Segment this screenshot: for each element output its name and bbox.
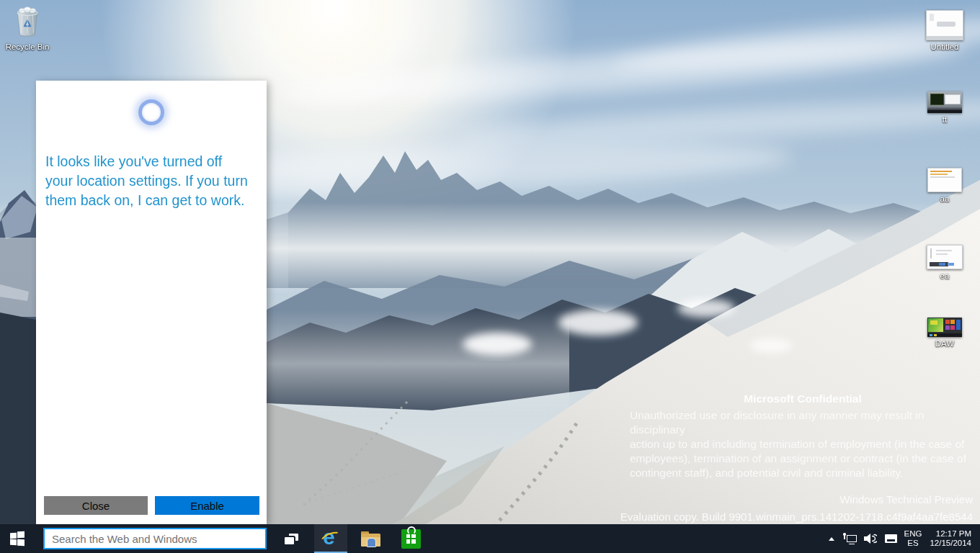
network-tray-button[interactable]: [840, 524, 859, 553]
recycle-bin-icon: [14, 6, 40, 37]
folder-icon: [361, 531, 380, 547]
edition-label: Windows Technical Preview: [620, 491, 973, 508]
image-thumbnail: [927, 245, 963, 269]
desktop: Recycle Bin Untitled tt aa: [0, 0, 980, 553]
keyboard-icon: [885, 534, 897, 543]
cortana-icon: [138, 99, 164, 125]
show-hidden-icons-button[interactable]: [824, 524, 839, 553]
desktop-icon-aa[interactable]: aa: [919, 168, 970, 204]
language-primary: ENG: [904, 529, 922, 539]
taskbar: e: [0, 524, 980, 553]
task-view-icon: [285, 534, 298, 544]
cortana-message-line: them back on, I can get to work.: [45, 191, 262, 210]
image-thumbnail: [927, 318, 962, 337]
watermark-title: Microsoft Confidential: [630, 392, 976, 405]
cortana-panel: It looks like you've turned off your loc…: [36, 81, 267, 524]
store-icon: [401, 529, 421, 549]
network-icon: [842, 533, 857, 544]
start-button[interactable]: [0, 524, 35, 553]
internet-explorer-icon: e: [320, 528, 342, 549]
desktop-icon-label: ea: [919, 271, 970, 281]
enable-button[interactable]: Enable: [155, 496, 259, 515]
store-button[interactable]: [395, 524, 427, 553]
volume-tray-button[interactable]: [860, 524, 879, 553]
cortana-message-line: It looks like you've turned off: [45, 152, 262, 171]
build-watermark: Windows Technical Preview Evaluation cop…: [620, 491, 973, 526]
file-explorer-button[interactable]: [355, 524, 386, 553]
build-label: Evaluation copy. Build 9901.winmain_prs.…: [620, 508, 973, 526]
desktop-icon-daw[interactable]: DAW: [919, 318, 970, 349]
clock[interactable]: 12:17 PM 12/15/2014: [924, 524, 973, 553]
speaker-icon: [863, 533, 877, 544]
watermark-body-line: Unauthorized use or disclosure in any ma…: [630, 408, 976, 437]
confidential-watermark: Microsoft Confidential Unauthorized use …: [630, 392, 976, 480]
touch-keyboard-button[interactable]: [881, 524, 901, 553]
image-thumbnail: [926, 10, 963, 40]
cortana-message-line: your location settings. If you turn: [45, 171, 262, 191]
language-secondary: ES: [907, 539, 918, 549]
watermark-body-line: employees), termination of an assignment…: [630, 451, 976, 466]
desktop-icon-label: Untitled: [919, 42, 970, 52]
desktop-icon-recycle-bin[interactable]: Recycle Bin: [2, 6, 53, 52]
image-thumbnail: [927, 168, 962, 192]
desktop-icon-label: tt: [919, 115, 970, 125]
internet-explorer-button[interactable]: e: [314, 524, 347, 553]
clock-date: 12/15/2014: [930, 539, 971, 549]
clock-time: 12:17 PM: [936, 529, 971, 539]
language-switcher[interactable]: ENG ES: [901, 524, 925, 553]
chevron-up-icon: [829, 537, 834, 541]
desktop-icon-label: aa: [919, 194, 970, 204]
desktop-icon-ea[interactable]: ea: [919, 245, 970, 281]
desktop-icon-label: Recycle Bin: [2, 42, 53, 52]
watermark-body-line: action up to and including termination o…: [630, 437, 976, 451]
windows-logo-icon: [10, 531, 24, 546]
close-button[interactable]: Close: [44, 496, 148, 515]
task-view-button[interactable]: [275, 524, 308, 553]
search-input[interactable]: [43, 528, 267, 549]
cortana-message: It looks like you've turned off your loc…: [45, 152, 262, 210]
desktop-icon-tt[interactable]: tt: [919, 91, 970, 125]
desktop-icon-untitled[interactable]: Untitled: [919, 10, 970, 52]
image-thumbnail: [927, 91, 962, 113]
watermark-body-line: contingent staff), and potential civil a…: [630, 466, 976, 480]
desktop-icon-label: DAW: [919, 339, 970, 349]
